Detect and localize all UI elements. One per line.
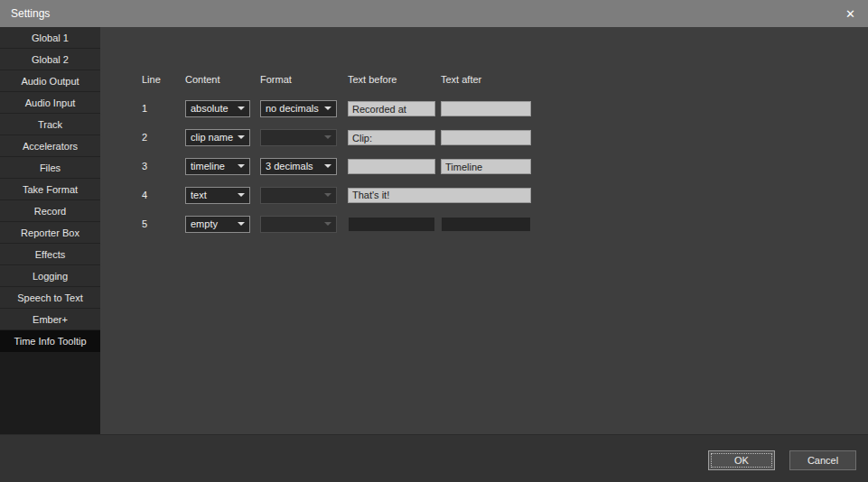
- chevron-down-icon: [238, 193, 245, 197]
- sidebar-item-reporter-box[interactable]: Reporter Box: [0, 222, 100, 244]
- close-icon[interactable]: ✕: [844, 7, 857, 21]
- text-before-input[interactable]: [348, 188, 531, 203]
- text-before-input: [348, 217, 435, 232]
- text-before-input[interactable]: [348, 130, 435, 145]
- main-area: Global 1 Global 2 Audio Output Audio Inp…: [0, 27, 868, 434]
- content-panel: Line Content Format Text before Text aft…: [100, 27, 868, 434]
- cancel-button[interactable]: Cancel: [789, 450, 856, 470]
- content-dropdown[interactable]: timeline: [185, 158, 250, 175]
- sidebar-item-take-format[interactable]: Take Format: [0, 179, 100, 200]
- text-after-input[interactable]: [441, 159, 531, 174]
- content-dropdown-value: timeline: [191, 161, 238, 171]
- format-dropdown-value: 3 decimals: [266, 161, 324, 171]
- chevron-down-icon: [238, 164, 245, 168]
- column-header-text-before: Text before: [348, 74, 441, 85]
- content-dropdown[interactable]: absolute: [185, 100, 250, 117]
- sidebar-item-files[interactable]: Files: [0, 157, 100, 179]
- sidebar-item-logging[interactable]: Logging: [0, 265, 100, 287]
- content-dropdown[interactable]: empty: [185, 216, 250, 233]
- line-number: 2: [142, 132, 185, 143]
- content-dropdown-value: empty: [191, 218, 238, 229]
- line-number: 3: [142, 161, 185, 171]
- sidebar-item-global-1[interactable]: Global 1: [0, 27, 100, 49]
- format-dropdown[interactable]: 3 decimals: [260, 158, 337, 175]
- column-header-text-after: Text after: [441, 74, 531, 85]
- sidebar-item-global-2[interactable]: Global 2: [0, 49, 100, 70]
- format-dropdown[interactable]: no decimals: [260, 100, 337, 117]
- sidebar-item-effects[interactable]: Effects: [0, 244, 100, 265]
- chevron-down-icon: [324, 107, 331, 110]
- sidebar-item-audio-input[interactable]: Audio Input: [0, 92, 100, 114]
- chevron-down-icon: [238, 222, 245, 226]
- sidebar-item-track[interactable]: Track: [0, 114, 100, 135]
- line-number: 4: [142, 190, 185, 200]
- chevron-down-icon: [324, 135, 331, 139]
- text-after-input: [441, 217, 531, 232]
- content-dropdown-value: clip name: [191, 132, 238, 143]
- sidebar-item-ember[interactable]: Ember+: [0, 309, 100, 330]
- format-dropdown: [260, 187, 337, 204]
- sidebar-item-time-info-tooltip[interactable]: Time Info Tooltip: [0, 330, 100, 352]
- content-dropdown-value: absolute: [191, 103, 238, 114]
- content-dropdown[interactable]: clip name: [185, 129, 250, 146]
- sidebar-item-speech-to-text[interactable]: Speech to Text: [0, 287, 100, 309]
- text-before-input[interactable]: [348, 159, 435, 174]
- line-number: 5: [142, 218, 185, 229]
- content-dropdown[interactable]: text: [185, 187, 250, 204]
- window-title: Settings: [11, 7, 844, 20]
- format-dropdown: [260, 216, 337, 233]
- column-header-line: Line: [142, 74, 185, 85]
- sidebar-item-audio-output[interactable]: Audio Output: [0, 70, 100, 92]
- ok-button[interactable]: OK: [708, 450, 775, 470]
- sidebar-item-record[interactable]: Record: [0, 200, 100, 222]
- line-number: 1: [142, 103, 185, 114]
- chevron-down-icon: [324, 193, 331, 197]
- text-after-input[interactable]: [441, 101, 531, 116]
- column-header-content: Content: [185, 74, 260, 85]
- chevron-down-icon: [238, 107, 245, 110]
- text-after-input[interactable]: [441, 130, 531, 145]
- settings-window: Settings ✕ Global 1 Global 2 Audio Outpu…: [0, 0, 868, 482]
- format-dropdown: [260, 129, 337, 146]
- content-dropdown-value: text: [191, 190, 238, 200]
- chevron-down-icon: [324, 222, 331, 226]
- title-bar: Settings ✕: [0, 0, 868, 27]
- column-header-format: Format: [260, 74, 348, 85]
- text-before-input[interactable]: [348, 101, 435, 116]
- tooltip-lines-table: Line Content Format Text before Text aft…: [142, 65, 531, 238]
- sidebar-item-accelerators[interactable]: Accelerators: [0, 135, 100, 157]
- format-dropdown-value: no decimals: [266, 103, 324, 114]
- dialog-footer: OK Cancel: [0, 434, 868, 482]
- chevron-down-icon: [238, 135, 245, 139]
- chevron-down-icon: [324, 164, 331, 168]
- sidebar: Global 1 Global 2 Audio Output Audio Inp…: [0, 27, 100, 434]
